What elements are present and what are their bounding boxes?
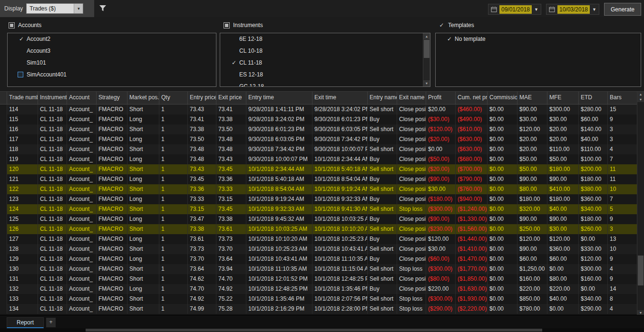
- column-header[interactable]: Bars: [608, 92, 637, 104]
- list-item-account2[interactable]: ✓ Account2: [8, 33, 216, 45]
- cell: FMACRO: [97, 124, 127, 134]
- list-item-cl10[interactable]: CL 10-18: [220, 45, 430, 57]
- table-row[interactable]: 121CL 11-18Account_FMACROLong173.4573.36…: [0, 174, 637, 184]
- table-row[interactable]: 115CL 11-18Account_FMACROLong173.4173.38…: [0, 114, 637, 124]
- cell: 1: [159, 274, 188, 284]
- grid-scrollbar[interactable]: ▲ ▼ ▼: [637, 92, 644, 315]
- list-item-gc[interactable]: GC 12-18: [220, 81, 430, 87]
- column-header[interactable]: Strategy: [97, 92, 127, 104]
- table-row[interactable]: 126CL 11-18Account_FMACROShort173.3873.6…: [0, 224, 637, 234]
- list-item-simaccount401[interactable]: SimAccount401: [8, 69, 216, 81]
- list-item-account3[interactable]: Account3: [8, 45, 216, 57]
- column-header[interactable]: Exit name: [397, 92, 426, 104]
- scroll-up-icon[interactable]: ▲: [637, 92, 644, 97]
- cell: 8: [608, 294, 637, 304]
- check-icon[interactable]: ✓: [439, 22, 445, 28]
- table-row[interactable]: 132CL 11-18Account_FMACROLong174.7074.92…: [0, 284, 637, 294]
- cell: Close position: [397, 284, 426, 294]
- horizontal-scrollbar[interactable]: [0, 328, 644, 332]
- display-chip: Display Trades ($) ▼: [0, 0, 94, 17]
- column-header[interactable]: Qty: [159, 92, 188, 104]
- cell: Long: [127, 134, 159, 144]
- list-item-cl11[interactable]: ✓ CL 11-18: [220, 57, 430, 69]
- list-item-no-template[interactable]: ✓ No template: [436, 33, 641, 45]
- filter-button[interactable]: [98, 4, 107, 13]
- table-row[interactable]: 127CL 11-18Account_FMACROLong173.6173.73…: [0, 234, 637, 244]
- generate-button[interactable]: Generate: [604, 3, 641, 16]
- cell: 74.92: [188, 294, 216, 304]
- tab-report[interactable]: Report: [7, 317, 44, 328]
- cell: $40.00: [547, 204, 579, 214]
- scrollbar-thumb[interactable]: [638, 256, 644, 285]
- cell: ($1,770.00): [456, 264, 488, 274]
- column-header[interactable]: MFE: [547, 92, 579, 104]
- table-row[interactable]: 118CL 11-18Account_FMACROShort173.4873.4…: [0, 144, 637, 154]
- table-row[interactable]: 117CL 11-18Account_FMACROLong173.5073.48…: [0, 134, 637, 144]
- column-header[interactable]: Entry time: [246, 92, 312, 104]
- cell: CL 11-18: [38, 304, 67, 314]
- instruments-list: 6E 12-18 CL 10-18 ✓ CL 11-18 ES 12-18 GC…: [220, 33, 430, 87]
- item-checkbox[interactable]: [18, 72, 23, 77]
- column-header[interactable]: ETD: [579, 92, 608, 104]
- table-row[interactable]: 114CL 11-18Account_FMACROShort173.4373.4…: [0, 104, 637, 114]
- date-to-field[interactable]: 10/03/2018 ▼: [546, 4, 599, 15]
- column-header[interactable]: Instrument: [38, 92, 67, 104]
- scroll-up-icon[interactable]: ▲: [423, 33, 430, 39]
- list-item-es[interactable]: ES 12-18: [220, 69, 430, 81]
- cell: 10/1/2018 2:07:56 PM: [312, 294, 368, 304]
- cell: 1: [159, 254, 188, 264]
- cell: 10/1/2018 9:19:24 AM: [312, 184, 368, 194]
- table-row[interactable]: 123CL 11-18Account_FMACROLong173.3373.15…: [0, 194, 637, 204]
- cell: 73.15: [188, 204, 216, 214]
- column-header[interactable]: Commission: [488, 92, 517, 104]
- table-row[interactable]: 116CL 11-18Account_FMACROShort173.3873.5…: [0, 124, 637, 134]
- scrollbar-thumb[interactable]: [424, 40, 429, 58]
- table-row[interactable]: 119CL 11-18Account_FMACROLong173.4873.43…: [0, 154, 637, 164]
- table-row[interactable]: 120CL 11-18Account_FMACROShort173.4373.4…: [0, 164, 637, 174]
- table-row[interactable]: 125CL 11-18Account_FMACROLong173.4773.38…: [0, 214, 637, 224]
- cell: 73.48: [216, 144, 246, 154]
- cell: FMACRO: [97, 294, 127, 304]
- table-row[interactable]: 124CL 11-18Account_FMACROShort173.1573.4…: [0, 204, 637, 214]
- table-row[interactable]: 134CL 11-18Account_FMACROShort174.9975.2…: [0, 304, 637, 314]
- table-row[interactable]: 129CL 11-18Account_FMACROLong173.7073.64…: [0, 254, 637, 264]
- date-from-field[interactable]: 09/01/2018 ▼: [488, 4, 541, 15]
- cell: 9/30/2018 7:34:42 PM: [312, 134, 368, 144]
- instruments-checkbox[interactable]: [224, 22, 230, 28]
- cell: $380.00: [579, 184, 608, 194]
- cell: 10/1/2018 1:35:46 PM: [246, 294, 312, 304]
- column-header[interactable]: Exit price: [216, 92, 246, 104]
- cell: FMACRO: [97, 304, 127, 314]
- column-header[interactable]: Trade number: [7, 92, 38, 104]
- add-tab-button[interactable]: +: [46, 318, 56, 327]
- column-header[interactable]: Exit time: [312, 92, 368, 104]
- column-header[interactable]: Entry name: [368, 92, 397, 104]
- table-row[interactable]: 130CL 11-18Account_FMACROShort173.6473.9…: [0, 264, 637, 274]
- table-row[interactable]: 133CL 11-18Account_FMACROShort174.9275.2…: [0, 294, 637, 304]
- list-item-label: No template: [455, 36, 486, 42]
- column-header[interactable]: Entry price: [188, 92, 216, 104]
- cell: Close position: [397, 274, 426, 284]
- scrollbar-thumb[interactable]: [86, 329, 542, 332]
- display-dropdown[interactable]: Trades ($) ▼: [26, 3, 83, 14]
- accounts-checkbox[interactable]: [9, 22, 15, 28]
- cell: ($1,470.00): [456, 254, 488, 264]
- cell: Short: [127, 204, 159, 214]
- column-header[interactable]: Account: [67, 92, 97, 104]
- list-item-sim101[interactable]: Sim101: [8, 57, 216, 69]
- scroll-down-icon[interactable]: ▼: [423, 80, 430, 86]
- column-header[interactable]: Profit: [426, 92, 456, 104]
- scroll-down-icon[interactable]: ▼: [637, 97, 644, 102]
- table-row[interactable]: 131CL 11-18Account_FMACROShort174.6274.7…: [0, 274, 637, 284]
- instruments-scrollbar[interactable]: ▲ ▼: [423, 33, 430, 86]
- cell: ($490.00): [456, 114, 488, 124]
- table-row[interactable]: 122CL 11-18Account_FMACROShort173.3673.3…: [0, 184, 637, 194]
- cell: $340.00: [579, 294, 608, 304]
- row-indicator: [0, 194, 7, 204]
- list-item-6e[interactable]: 6E 12-18: [220, 33, 430, 45]
- column-header[interactable]: MAE: [517, 92, 547, 104]
- column-header[interactable]: Cum. net profit: [456, 92, 488, 104]
- cell: $0.00: [488, 104, 517, 114]
- table-row[interactable]: 128CL 11-18Account_FMACROShort173.7373.7…: [0, 244, 637, 254]
- column-header[interactable]: Market pos.: [127, 92, 159, 104]
